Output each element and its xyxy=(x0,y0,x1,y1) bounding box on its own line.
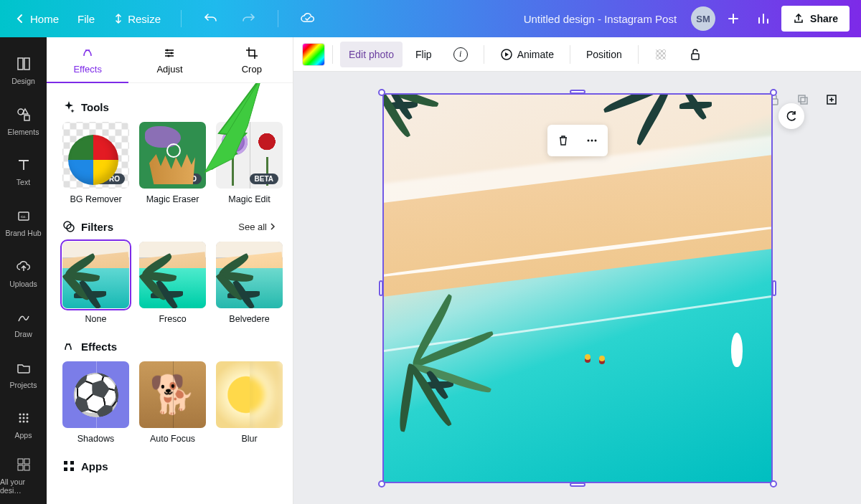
user-avatar[interactable]: SM xyxy=(691,6,715,31)
magic-edit-thumb: BETA xyxy=(216,122,283,189)
lock-button[interactable] xyxy=(680,42,710,67)
home-button[interactable]: Home xyxy=(11,9,62,29)
canvas-viewport[interactable] xyxy=(293,72,861,504)
resize-handle[interactable] xyxy=(379,280,383,296)
svg-rect-33 xyxy=(656,49,666,60)
boat-graphic xyxy=(731,333,743,367)
position-button[interactable]: Position xyxy=(578,42,631,67)
regenerate-fab[interactable] xyxy=(778,103,804,129)
canvas-selection[interactable] xyxy=(382,93,773,483)
tool-magic-eraser[interactable]: PRO Magic Eraser xyxy=(139,122,206,204)
filter-thumb xyxy=(62,242,129,308)
nav-all-designs[interactable]: All your desi… xyxy=(0,451,47,500)
share-button[interactable]: Share xyxy=(781,6,850,32)
document-title[interactable]: Untitled design - Instagram Post xyxy=(524,13,677,25)
effect-label: Shadows xyxy=(77,434,114,444)
add-page-button[interactable] xyxy=(821,89,842,110)
upload-icon xyxy=(793,13,804,24)
apps-icon xyxy=(62,460,75,472)
effect-auto-focus[interactable]: Auto Focus xyxy=(139,361,206,444)
left-nav-rail: Design Elements Text co. Brand Hub Uploa… xyxy=(0,37,47,504)
file-menu[interactable]: File xyxy=(75,9,98,29)
tool-magic-edit[interactable]: BETA Magic Edit xyxy=(216,122,283,204)
see-all-filters[interactable]: See all xyxy=(238,222,277,232)
more-options-button[interactable] xyxy=(579,128,605,153)
nav-text[interactable]: Text xyxy=(0,147,47,196)
tool-bg-remover[interactable]: PRO BG Remover xyxy=(62,122,129,204)
redo-button[interactable] xyxy=(236,6,260,31)
nav-label: Design xyxy=(11,77,35,85)
nav-label: Text xyxy=(17,178,30,186)
nav-uploads[interactable]: Uploads xyxy=(0,248,47,298)
transparency-button[interactable] xyxy=(646,42,676,67)
filter-belvedere[interactable]: Belvedere xyxy=(216,242,283,324)
info-button[interactable]: i xyxy=(445,42,476,67)
file-label: File xyxy=(77,13,95,25)
resize-menu[interactable]: Resize xyxy=(110,9,164,29)
svg-rect-15 xyxy=(18,459,23,464)
magic-eraser-thumb: PRO xyxy=(139,122,206,189)
resize-handle[interactable] xyxy=(772,280,776,296)
filter-fresco[interactable]: Fresco xyxy=(139,242,206,324)
flip-button[interactable]: Flip xyxy=(407,42,441,67)
effect-shadows[interactable]: Shadows xyxy=(62,361,129,444)
svg-rect-38 xyxy=(799,95,805,102)
effect-blur[interactable]: Blur xyxy=(216,361,283,444)
svg-point-13 xyxy=(22,421,24,423)
delete-button[interactable] xyxy=(550,128,576,153)
separator xyxy=(181,10,182,27)
nav-label: Draw xyxy=(14,330,32,338)
panel-body: Tools PRO BG Remover PRO Magic Eraser xyxy=(47,83,293,504)
nav-apps[interactable]: Apps xyxy=(0,400,47,450)
resize-handle[interactable] xyxy=(770,480,777,488)
canvas-area: Edit photo Flip i Animate Position xyxy=(293,37,861,504)
add-member-button[interactable] xyxy=(721,6,745,31)
undo-icon xyxy=(204,11,218,26)
plus-icon xyxy=(726,11,740,26)
filter-label: Belvedere xyxy=(229,314,269,324)
animate-button[interactable]: Animate xyxy=(491,42,563,67)
tab-crop[interactable]: Crop xyxy=(211,37,293,82)
nav-design[interactable]: Design xyxy=(0,46,47,95)
filter-label: Fresco xyxy=(159,314,186,324)
nav-label: Projects xyxy=(10,381,37,389)
effects-heading: Effects xyxy=(62,340,277,353)
tab-effects[interactable]: Effects xyxy=(47,37,128,82)
tab-adjust[interactable]: Adjust xyxy=(128,37,210,82)
side-panel: Effects Adjust Crop Tools xyxy=(47,37,293,504)
effects-icon xyxy=(80,46,95,60)
effect-label: Blur xyxy=(241,434,257,444)
undo-button[interactable] xyxy=(199,6,223,31)
resize-label: Resize xyxy=(128,13,161,25)
color-picker-button[interactable] xyxy=(302,43,325,66)
resize-handle[interactable] xyxy=(570,90,585,94)
resize-handle[interactable] xyxy=(570,482,585,487)
nav-elements[interactable]: Elements xyxy=(0,97,47,146)
nav-draw[interactable]: Draw xyxy=(0,299,47,348)
nav-brand-hub[interactable]: co. Brand Hub xyxy=(0,198,47,247)
effect-thumb xyxy=(62,361,129,428)
cloud-sync-button[interactable] xyxy=(296,6,320,31)
resize-icon xyxy=(113,14,123,24)
filter-label: None xyxy=(85,314,107,324)
cloud-check-icon xyxy=(300,11,316,27)
tab-label: Crop xyxy=(242,64,262,75)
info-icon: i xyxy=(453,47,468,62)
nav-label: Brand Hub xyxy=(5,229,41,237)
edit-photo-button[interactable]: Edit photo xyxy=(340,42,403,67)
home-label: Home xyxy=(30,13,59,25)
filter-none[interactable]: None xyxy=(62,242,129,324)
svg-rect-3 xyxy=(24,115,29,120)
sparkle-icon xyxy=(62,100,75,113)
svg-rect-39 xyxy=(801,98,807,104)
nav-projects[interactable]: Projects xyxy=(0,349,47,399)
resize-handle[interactable] xyxy=(378,480,385,488)
resize-handle[interactable] xyxy=(770,89,777,96)
brand-hub-icon: co. xyxy=(15,207,32,224)
resize-handle[interactable] xyxy=(378,89,385,96)
tools-heading: Tools xyxy=(62,100,277,113)
pro-badge: PRO xyxy=(91,173,125,184)
lock-open-icon xyxy=(689,48,702,61)
insights-button[interactable] xyxy=(751,6,776,31)
transparency-icon xyxy=(654,48,667,61)
